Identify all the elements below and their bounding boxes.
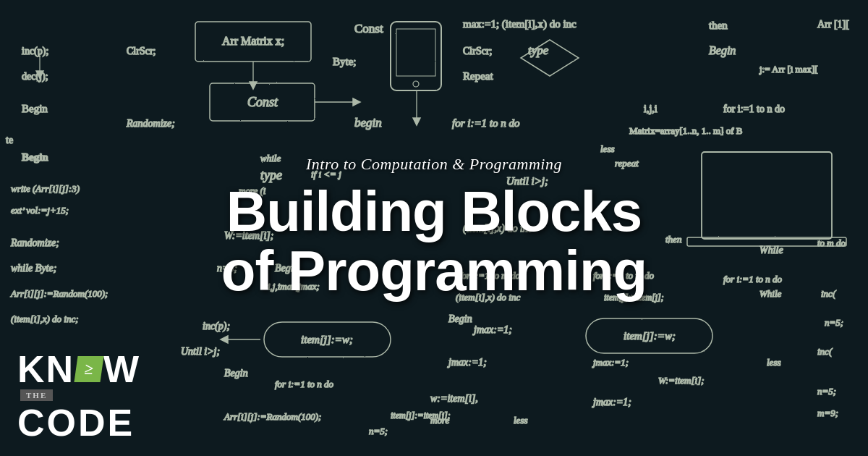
subtitle: Intro to Computation & Programming (306, 155, 562, 174)
know-logo: KN ≥ W (17, 350, 140, 388)
title-line2: of Programming (221, 242, 647, 301)
logo-area: KN ≥ W THE CODE (0, 336, 158, 456)
know-text-part2: W (103, 350, 140, 388)
title-line1: Building Blocks (221, 182, 647, 242)
know-text-part1: KN (17, 350, 75, 388)
code-text: CODE (17, 404, 135, 442)
know-arrow-icon: ≥ (76, 356, 102, 382)
main-title: Building Blocks of Programming (221, 182, 647, 301)
the-label: THE (20, 389, 53, 401)
